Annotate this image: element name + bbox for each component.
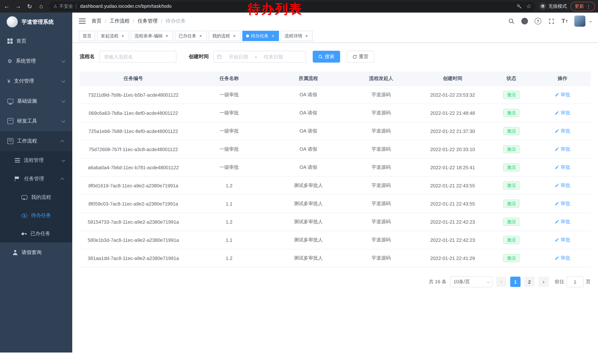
sidebar-item-devtools[interactable]: 研发工具 xyxy=(0,111,72,131)
close-icon[interactable]: × xyxy=(165,33,169,38)
close-icon[interactable]: × xyxy=(304,33,309,38)
close-icon[interactable]: × xyxy=(198,33,203,38)
refresh-icon[interactable]: ↻ xyxy=(25,3,34,10)
dashboard-icon xyxy=(8,39,13,44)
tab-process-detail[interactable]: 流程详情 × xyxy=(281,31,313,41)
sidebar-item-system[interactable]: ⚙ 系统管理 xyxy=(0,51,72,71)
sidebar-item-label: 已办任务 xyxy=(30,230,50,237)
page-content: 流程名 创建时间 - 搜索 xyxy=(72,43,598,299)
cell-create-time: 2022-01-22 21:48:48 xyxy=(417,104,488,122)
chevron-down-icon xyxy=(61,158,65,162)
approve-button[interactable]: 审批 xyxy=(555,91,570,98)
cell-initiator: 芋道源码 xyxy=(345,104,417,122)
cell-process: 测试多审批人 xyxy=(271,231,345,249)
tab-my-process[interactable]: 我的流程 × xyxy=(208,31,241,41)
sidebar-item-label: 系统管理 xyxy=(16,58,36,65)
update-button[interactable]: 更新 ⋮ xyxy=(571,2,595,11)
approve-button[interactable]: 审批 xyxy=(555,218,570,225)
end-date-input[interactable] xyxy=(258,54,289,60)
sidebar-item-label: 流程管理 xyxy=(24,157,44,164)
date-range-picker[interactable]: - xyxy=(213,51,306,63)
breadcrumb-item[interactable]: 工作流程 xyxy=(110,18,130,24)
tab-todo-task[interactable]: 待办任务 × xyxy=(242,31,279,41)
cell-task-id: 580e1b3d-7ac8-11ec-a9e2-a2380e71991a xyxy=(80,231,187,249)
table-row: 8f059c03-7ac8-11ec-a9e2-a2380e71991a 1.1… xyxy=(80,194,590,213)
goto-page-input[interactable] xyxy=(566,276,583,287)
tab-process-form-edit[interactable]: 流程表单-编辑 × xyxy=(131,31,173,41)
cell-process: OA 请假 xyxy=(271,122,345,140)
cell-task-id: 8f0d1619-7ac8-11ec-a9e2-a2380e71991a xyxy=(80,177,187,194)
search-button[interactable]: 搜索 xyxy=(313,51,340,63)
process-name-input[interactable] xyxy=(99,51,176,63)
home-icon[interactable]: ⌂ xyxy=(36,3,46,10)
breadcrumb-separator: / xyxy=(133,18,134,24)
user-avatar[interactable] xyxy=(574,16,585,27)
sidebar-item-task-manage[interactable]: 任务管理 xyxy=(0,170,72,188)
cell-task-id: 725a1eb6-7b88-11ec-8ef0-acde48001122 xyxy=(80,122,187,140)
close-icon[interactable]: × xyxy=(120,33,125,38)
cell-task-id: 75d72608-7b7f-11ec-a3c8-acde48001122 xyxy=(80,140,187,158)
sidebar-item-workflow[interactable]: 工作流程 xyxy=(0,131,72,151)
help-icon[interactable]: ? xyxy=(534,17,542,25)
cell-process: OA 请假 xyxy=(271,104,345,122)
approve-button[interactable]: 审批 xyxy=(555,200,570,207)
cell-initiator: 芋道源码 xyxy=(345,122,417,140)
browser-toolbar: ← → ↻ ⌂ ⚠ 不安全 dashboard.yudao.iocoder.cn… xyxy=(0,0,598,13)
sidebar-item-todo-task[interactable]: 待办任务 xyxy=(0,206,72,224)
reset-button[interactable]: 重置 xyxy=(347,51,374,63)
font-size-icon[interactable]: TT xyxy=(561,17,568,25)
page-button-1[interactable]: 1 xyxy=(510,277,521,287)
breadcrumb-item[interactable]: 任务管理 xyxy=(138,18,158,24)
person-icon xyxy=(13,250,18,255)
sidebar-item-payment[interactable]: ¥ 支付管理 xyxy=(0,71,72,91)
page-button-2[interactable]: 2 xyxy=(524,277,535,287)
approve-button[interactable]: 审批 xyxy=(555,237,570,243)
sidebar-item-home[interactable]: 首页 xyxy=(0,31,72,51)
approve-button[interactable]: 审批 xyxy=(555,164,570,171)
cell-task-id: 58154733-7ac8-11ec-a9e2-a2380e71991a xyxy=(80,213,187,231)
cell-initiator: 芋道源码 xyxy=(345,213,417,231)
address-bar[interactable]: ⚠ 不安全 dashboard.yudao.iocoder.cn/bpm/tas… xyxy=(49,1,536,11)
status-badge: 激活 xyxy=(503,91,519,99)
close-icon[interactable]: × xyxy=(270,33,275,38)
password-key-icon[interactable] xyxy=(516,4,522,9)
fullscreen-icon[interactable] xyxy=(548,17,555,25)
github-icon[interactable] xyxy=(521,17,528,25)
close-icon[interactable]: × xyxy=(232,33,237,38)
tab-home[interactable]: 首页 xyxy=(79,31,95,41)
forward-icon[interactable]: → xyxy=(13,3,23,10)
tab-label: 我的流程 xyxy=(212,33,230,39)
tab-done-task[interactable]: 已办任务 × xyxy=(175,31,207,41)
sidebar-item-label: 首页 xyxy=(16,38,26,44)
bookmark-star-icon[interactable]: ☆ xyxy=(526,3,531,10)
search-icon[interactable] xyxy=(507,17,515,25)
status-badge: 激活 xyxy=(503,254,519,262)
start-date-input[interactable] xyxy=(223,54,254,60)
approve-button[interactable]: 审批 xyxy=(555,255,570,261)
sidebar-item-process-manage[interactable]: 流程管理 xyxy=(0,151,72,170)
approve-button[interactable]: 审批 xyxy=(555,182,570,189)
browser-menu-icon[interactable]: ⋮ xyxy=(586,4,591,9)
sidebar-item-leave-query[interactable]: 请假查询 xyxy=(0,243,72,263)
breadcrumb-item[interactable]: 首页 xyxy=(91,18,101,24)
tab-start-process[interactable]: 发起流程 × xyxy=(97,31,129,41)
breadcrumb-separator: / xyxy=(161,18,162,24)
cell-process: OA 请假 xyxy=(271,86,345,104)
sidebar-toggle-icon[interactable] xyxy=(79,18,86,24)
sidebar-item-infrastructure[interactable]: 基础设施 xyxy=(0,91,72,111)
approve-button[interactable]: 审批 xyxy=(555,110,570,116)
sidebar-item-my-process[interactable]: 我的流程 xyxy=(0,188,72,206)
back-icon[interactable]: ← xyxy=(2,3,11,10)
approve-button[interactable]: 审批 xyxy=(555,128,570,134)
chevron-down-icon xyxy=(486,279,490,283)
col-initiator: 流程发起人 xyxy=(345,72,417,86)
sidebar-item-done-task[interactable]: 已办任务 xyxy=(0,224,72,243)
sidebar-item-label: 支付管理 xyxy=(14,78,34,84)
tab-label: 已办任务 xyxy=(179,33,196,39)
prev-page-button[interactable]: ‹ xyxy=(496,277,507,287)
table-row: 069c6a63-7b8a-11ec-8ef0-acde48001122 一级审… xyxy=(80,104,590,122)
page-size-select[interactable]: 10条/页 xyxy=(450,276,492,287)
approve-button[interactable]: 审批 xyxy=(555,146,570,153)
col-process: 所属流程 xyxy=(271,72,345,86)
next-page-button[interactable]: › xyxy=(538,277,549,287)
